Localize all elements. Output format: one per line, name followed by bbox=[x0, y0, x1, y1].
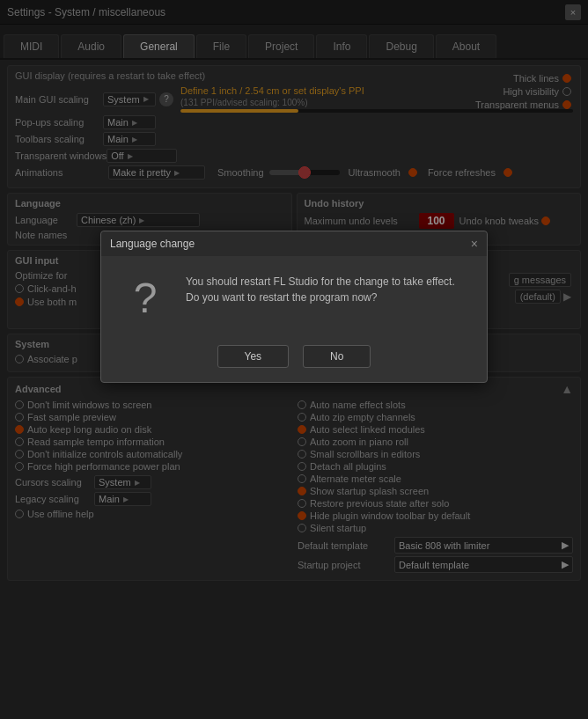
dialog-title: Language change bbox=[110, 238, 195, 250]
dialog-yes-button[interactable]: Yes bbox=[217, 345, 290, 368]
language-change-dialog: Language change × ? You should restart F… bbox=[100, 231, 488, 383]
dialog-message: You should restart FL Studio for the cha… bbox=[186, 274, 469, 305]
dialog-question-icon: ? bbox=[119, 274, 172, 322]
dialog-buttons: Yes No bbox=[101, 336, 487, 382]
dialog-overlay: Language change × ? You should restart F… bbox=[0, 0, 588, 719]
dialog-body: ? You should restart FL Studio for the c… bbox=[101, 256, 487, 336]
dialog-title-bar: Language change × bbox=[101, 231, 487, 256]
dialog-close-button[interactable]: × bbox=[471, 237, 478, 251]
dialog-no-button[interactable]: No bbox=[303, 345, 371, 368]
